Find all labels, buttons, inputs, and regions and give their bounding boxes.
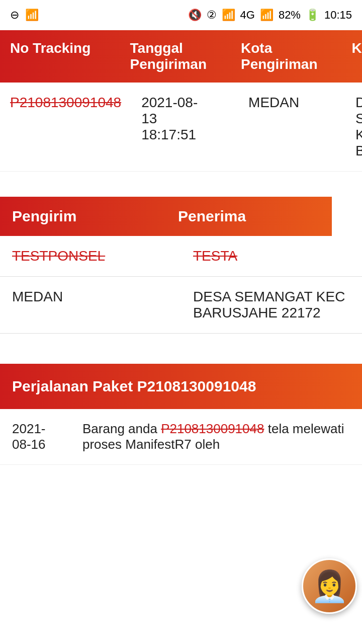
perjalanan-date: 2021-08-16 bbox=[12, 421, 82, 452]
signal-icon2: 📶 bbox=[260, 9, 274, 22]
mute-icon: 🔇 bbox=[188, 9, 202, 22]
sender-receiver-header: Pengirim Penerima bbox=[0, 197, 332, 236]
do-not-disturb-icon: ⊖ bbox=[10, 9, 19, 22]
status-right-info: 🔇 ② 📶 4G 📶 82% 🔋 10:15 bbox=[188, 9, 352, 22]
signal-bar-icon: 📶 bbox=[222, 9, 235, 22]
spacer1 bbox=[0, 172, 362, 197]
chatbot-face-icon: 👩‍💼 bbox=[311, 569, 348, 604]
pengirim-strikethrough: TESTPONSEL bbox=[12, 248, 105, 264]
sender-receiver-section: Pengirim Penerima TESTPONSEL TESTA MEDAN… bbox=[0, 197, 362, 334]
sender-receiver-row-1: TESTPONSEL TESTA bbox=[0, 236, 362, 277]
perjalanan-header: Perjalanan Paket P2108130091048 bbox=[0, 364, 362, 409]
tracking-table-wrapper: No Tracking TanggalPengiriman KotaPengir… bbox=[0, 30, 362, 172]
th-no-tracking: No Tracking bbox=[0, 30, 120, 83]
th-tanggal-pengiriman: TanggalPengiriman bbox=[120, 30, 231, 83]
time-display: 10:15 bbox=[324, 9, 352, 22]
td-kota-pengiriman: MEDAN bbox=[238, 83, 345, 171]
td-pengirim-address: MEDAN bbox=[0, 277, 181, 333]
perjalanan-section: Perjalanan Paket P2108130091048 2021-08-… bbox=[0, 364, 362, 465]
battery-icon: 🔋 bbox=[306, 9, 319, 22]
th-penerima: Penerima bbox=[166, 197, 332, 236]
perjalanan-description: Barang anda P2108130091048 tela melewati… bbox=[82, 421, 350, 452]
status-left-icons: ⊖ 📶 bbox=[10, 9, 39, 22]
td-penerima-address: DESA SEMANGAT KEC BARUSJAHE 22172 bbox=[181, 277, 362, 333]
wifi-icon: 📶 bbox=[25, 9, 39, 22]
th-pengirim: Pengirim bbox=[0, 197, 166, 236]
status-bar: ⊖ 📶 🔇 ② 📶 4G 📶 82% 🔋 10:15 bbox=[0, 0, 362, 30]
penerima-strikethrough: TESTA bbox=[193, 248, 237, 264]
spacer2 bbox=[0, 334, 362, 364]
network-type: 4G bbox=[240, 9, 255, 22]
sim-icon: ② bbox=[207, 9, 217, 22]
td-penerima-name: TESTA bbox=[181, 236, 362, 276]
th-kota-tujuan: Kota T bbox=[342, 30, 363, 83]
tracking-table-header: No Tracking TanggalPengiriman KotaPengir… bbox=[0, 30, 362, 83]
td-no-tracking: P2108130091048 bbox=[0, 83, 131, 171]
perjalanan-title: Perjalanan Paket P2108130091048 bbox=[12, 378, 256, 394]
tracking-table-row: P2108130091048 2021-08-1318:17:51 MEDAN … bbox=[0, 83, 362, 172]
td-pengirim-name: TESTPONSEL bbox=[0, 236, 181, 276]
td-tanggal-pengiriman: 2021-08-1318:17:51 bbox=[131, 83, 238, 171]
sender-receiver-row-2: MEDAN DESA SEMANGAT KEC BARUSJAHE 22172 bbox=[0, 277, 362, 334]
th-kota-pengiriman: KotaPengiriman bbox=[231, 30, 341, 83]
tracking-number: P2108130091048 bbox=[10, 95, 121, 110]
tracking-table: No Tracking TanggalPengiriman KotaPengir… bbox=[0, 30, 362, 172]
perjalanan-row-1: 2021-08-16 Barang anda P2108130091048 te… bbox=[0, 409, 362, 465]
td-kota-tujuan: DESASEMA...KECBARU... bbox=[345, 83, 362, 171]
chatbot-avatar[interactable]: 👩‍💼 bbox=[302, 558, 357, 614]
perjalanan-tracking-id: P2108130091048 bbox=[161, 421, 264, 436]
battery-percent: 82% bbox=[279, 9, 301, 22]
